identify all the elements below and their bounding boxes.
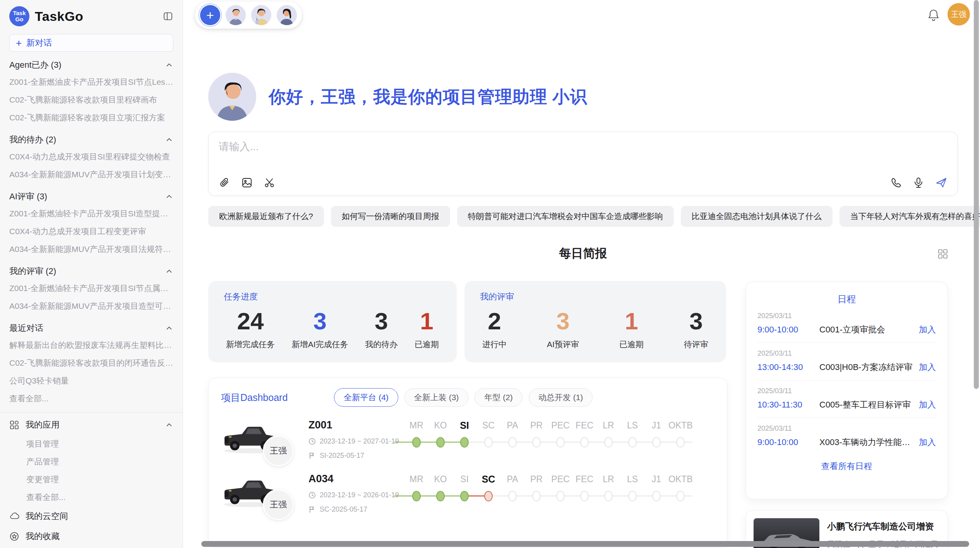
stat-value: 1 bbox=[415, 305, 439, 337]
sidebar-item[interactable]: 查看全部... bbox=[9, 390, 173, 408]
sidebar-section-header[interactable]: AI评审 (3) bbox=[9, 185, 173, 205]
suggestion-chip[interactable]: 当下年轻人对汽车外观有怎样的喜好趋势 bbox=[840, 206, 980, 227]
chat-composer bbox=[208, 132, 958, 196]
chevron-up-icon[interactable] bbox=[165, 421, 173, 429]
milestone-node bbox=[460, 491, 469, 502]
join-meeting-link[interactable]: 加入 bbox=[919, 399, 936, 411]
dashboard-tab[interactable]: 动总开发 (1) bbox=[529, 388, 593, 407]
sidebar-section-header[interactable]: 我的待办 (2) bbox=[9, 128, 173, 148]
sidebar-item[interactable]: Z001-全新燃油轻卡产品开发项目SI造型提交物评审 bbox=[9, 205, 173, 223]
user-avatar[interactable]: 王强 bbox=[947, 3, 970, 26]
schedule-title: 日程 bbox=[757, 293, 936, 305]
milestone-node bbox=[628, 437, 637, 448]
voice-call-icon[interactable] bbox=[890, 177, 902, 188]
schedule-item: 2025/03/11 10:30-11:30 C005-整车工程目标评审 加入 bbox=[757, 380, 936, 418]
agent-avatar-2[interactable] bbox=[251, 5, 271, 25]
collapse-sidebar-icon[interactable] bbox=[163, 11, 173, 22]
sidebar-item[interactable]: C0X4-动力总成开发项目工程变更评审 bbox=[9, 223, 173, 240]
milestone-pec: PEC bbox=[548, 419, 572, 449]
sidebar-item[interactable]: C02-飞腾新能源轻客改款项目的闭环通告反馈情况 bbox=[9, 354, 173, 372]
project-row[interactable]: 王强 A034 2023-12-19 ~ 2026-01-19 SC-2025-… bbox=[209, 464, 727, 517]
notifications-bell-icon[interactable] bbox=[927, 9, 940, 22]
sidebar-section-header[interactable]: 最近对话 bbox=[9, 317, 173, 336]
greeting-text: 你好，王强，我是你的项目管理助理 小识 bbox=[269, 86, 587, 108]
stat-card-title: 任务进度 bbox=[224, 291, 441, 303]
join-meeting-link[interactable]: 加入 bbox=[919, 437, 936, 448]
milestone-lr: LR bbox=[596, 473, 620, 503]
suggestion-chip[interactable]: 欧洲新规最近颁布了什么? bbox=[208, 206, 324, 227]
sidebar-section-header[interactable]: Agent已办 (3) bbox=[9, 53, 173, 73]
milestone-pr: PR bbox=[524, 473, 548, 503]
add-agent-button[interactable]: + bbox=[200, 5, 220, 25]
milestone-node bbox=[628, 491, 637, 502]
schedule-date: 2025/03/11 bbox=[757, 387, 936, 395]
suggestion-chip[interactable]: 比亚迪全固态电池计划具体说了什么 bbox=[681, 206, 833, 227]
stat-value: 24 bbox=[226, 305, 275, 337]
sidebar-item[interactable]: C02-飞腾新能源轻客改款项目里程碑画布 bbox=[9, 91, 173, 109]
milestone-fec: FEC bbox=[572, 473, 596, 503]
milestone-mr: MR bbox=[404, 419, 428, 449]
sidebar-item[interactable]: C02-飞腾新能源轻客改款项目立项汇报方案 bbox=[9, 109, 173, 127]
agent-avatar-1[interactable] bbox=[226, 5, 246, 25]
my-apps-header[interactable]: 我的应用 bbox=[9, 415, 173, 435]
sidebar-item[interactable]: A034-全新新能源MUV产品开发项目计划变更表编写 bbox=[9, 166, 173, 183]
app-item-view-all[interactable]: 查看全部... bbox=[9, 488, 173, 506]
schedule-name: C001-立项审批会 bbox=[819, 324, 914, 336]
chevron-up-icon[interactable] bbox=[165, 324, 173, 332]
dashboard-tab[interactable]: 全新平台 (4) bbox=[334, 388, 398, 407]
view-all-schedule-link[interactable]: 查看所有日程 bbox=[757, 455, 936, 478]
daily-briefing-title: 每日简报 bbox=[208, 245, 958, 262]
my-cloud-space[interactable]: 我的云空间 bbox=[9, 506, 173, 526]
dashboard-tab[interactable]: 全新上装 (3) bbox=[404, 388, 469, 407]
agent-avatar-3[interactable] bbox=[277, 5, 297, 25]
sidebar-item[interactable]: Z001-全新燃油皮卡产品开发项目SI节点Lesson Learn报告 bbox=[9, 73, 173, 91]
chevron-up-icon[interactable] bbox=[165, 267, 173, 275]
sidebar-item[interactable]: A034-全新新能源MUV产品开发项目法规符合性评审 bbox=[9, 240, 173, 258]
scissors-icon[interactable] bbox=[264, 177, 275, 188]
project-list: 王强 Z001 2023-12-19 ~ 2027-01-19 SI-2025-… bbox=[209, 410, 727, 517]
sidebar-item[interactable]: Z001-全新燃油轻卡产品开发项目SI节点属性5D文件评审 bbox=[9, 279, 173, 297]
agent-switcher: + bbox=[195, 2, 302, 29]
microphone-icon[interactable] bbox=[913, 177, 924, 188]
suggestion-chip[interactable]: 特朗普可能对进口汽车增税会对中国车企造成哪些影响 bbox=[457, 206, 674, 227]
my-apps-label: 我的应用 bbox=[26, 419, 60, 431]
dashboard-filter-tabs: 全新平台 (4)全新上装 (3)年型 (2)动总开发 (1) bbox=[334, 388, 593, 407]
sidebar-item[interactable]: 公司Q3轻卡销量 bbox=[9, 372, 173, 390]
send-icon[interactable] bbox=[935, 177, 947, 188]
join-meeting-link[interactable]: 加入 bbox=[919, 361, 936, 373]
schedule-name: C003|H0B-方案冻结评审 bbox=[819, 361, 914, 373]
chevron-up-icon[interactable] bbox=[165, 136, 173, 144]
app-item-product-mgmt[interactable]: 产品管理 bbox=[9, 453, 173, 471]
suggestion-chip[interactable]: 如何写一份清晰的项目周报 bbox=[331, 206, 450, 227]
milestone-node bbox=[508, 437, 517, 448]
join-meeting-link[interactable]: 加入 bbox=[919, 324, 936, 336]
milestone-node bbox=[484, 491, 493, 502]
new-chat-button[interactable]: + 新对话 bbox=[9, 34, 173, 52]
chevron-up-icon[interactable] bbox=[165, 61, 173, 69]
schedule-time: 10:30-11:30 bbox=[757, 400, 819, 410]
sidebar-item[interactable]: C0X4-动力总成开发项目SI里程碑提交物检查 bbox=[9, 148, 173, 166]
vertical-scrollbar-thumb[interactable] bbox=[974, 0, 979, 389]
sidebar-item[interactable]: 解释最新出台的欧盟报废车法规再生塑料比例被调至15%... bbox=[9, 336, 173, 354]
project-row[interactable]: 王强 Z001 2023-12-19 ~ 2027-01-19 SI-2025-… bbox=[209, 410, 727, 464]
milestone-oktb: OKTB bbox=[668, 473, 692, 503]
stat-value: 3 bbox=[365, 305, 397, 337]
stat-label: 新增完成任务 bbox=[226, 339, 275, 350]
schedule-card: 日程 2025/03/11 9:00-10:00 C001-立项审批会 加入 2… bbox=[745, 282, 948, 499]
app-item-project-mgmt[interactable]: 项目管理 bbox=[9, 435, 173, 453]
sidebar-section-header[interactable]: 我的评审 (2) bbox=[9, 260, 173, 279]
stat-card-title: 我的评审 bbox=[480, 291, 711, 303]
sidebar-item[interactable]: A034-全新新能源MUV产品开发项目造型可行性评审 bbox=[9, 297, 173, 315]
project-date-range: 2023-12-19 ~ 2027-01-19 bbox=[320, 437, 399, 445]
chat-input[interactable] bbox=[219, 140, 947, 167]
image-icon[interactable] bbox=[241, 177, 253, 188]
app-item-change-mgmt[interactable]: 变更管理 bbox=[9, 471, 173, 488]
attachment-icon[interactable] bbox=[219, 177, 230, 188]
milestone-pec: PEC bbox=[548, 473, 572, 503]
my-favorites[interactable]: 我的收藏 bbox=[9, 526, 173, 546]
chevron-up-icon[interactable] bbox=[165, 193, 173, 200]
horizontal-scrollbar-thumb[interactable] bbox=[201, 541, 969, 547]
milestone-node bbox=[436, 491, 445, 502]
dashboard-tab[interactable]: 年型 (2) bbox=[475, 388, 523, 407]
layout-grid-icon[interactable] bbox=[937, 248, 949, 260]
